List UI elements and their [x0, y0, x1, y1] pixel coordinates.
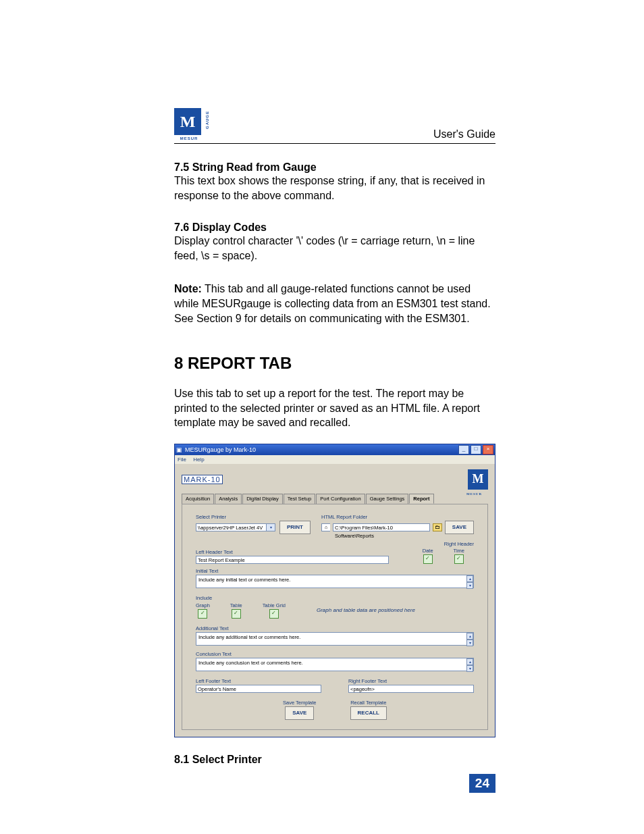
note-body: This tab and all gauge-related functions… — [174, 283, 491, 323]
date-checkbox[interactable]: ✓ — [423, 554, 433, 564]
label-initial-text: Initial Text — [196, 568, 474, 574]
logo-sidetext: GAUGE — [205, 111, 209, 129]
scroll-up-icon[interactable]: ▴ — [466, 575, 473, 582]
chevron-down-icon: ▾ — [267, 523, 275, 531]
recall-template-button[interactable]: RECALL — [350, 706, 387, 720]
section-8-1-head: 8.1 Select Printer — [174, 754, 495, 766]
printer-select[interactable]: \\appserver2\HP LaserJet 4V ▾ — [196, 523, 275, 531]
label-conclusion-text: Conclusion Text — [196, 651, 474, 657]
label-graph: Graph — [196, 602, 210, 608]
label-include: Include — [196, 595, 474, 601]
section-7-5-head: 7.5 String Read from Gauge — [174, 161, 495, 174]
app-icon: ▣ — [176, 446, 182, 453]
report-panel: Select Printer \\appserver2\HP LaserJet … — [182, 504, 488, 730]
note-paragraph: Note: This tab and all gauge-related fun… — [174, 282, 495, 325]
scroll-up-icon[interactable]: ▴ — [466, 658, 473, 665]
chapter-8-intro: Use this tab to set up a report for the … — [174, 386, 495, 430]
header-title: User's Guide — [204, 128, 495, 140]
page-header: M MESUR GAUGE User's Guide — [174, 108, 495, 144]
label-html-folder: HTML Report Folder — [321, 514, 474, 520]
label-time: Time — [454, 548, 464, 554]
additional-text-input[interactable]: Include any additional text or comments … — [196, 632, 474, 646]
tab-digital-display[interactable]: Digital Display — [242, 494, 283, 504]
tab-acquisition[interactable]: Acquisition — [182, 494, 214, 504]
table-grid-checkbox[interactable]: ✓ — [269, 609, 279, 619]
save-template-button[interactable]: SAVE — [285, 706, 314, 720]
graph-checkbox[interactable]: ✓ — [198, 609, 207, 619]
save-html-button[interactable]: SAVE — [445, 521, 474, 534]
conclusion-text-input[interactable]: Include any conclusion text or comments … — [196, 658, 474, 671]
scroll-down-icon[interactable]: ▾ — [466, 582, 473, 589]
chapter-8-title: 8 REPORT TAB — [174, 354, 495, 373]
tab-gauge-settings[interactable]: Gauge Settings — [366, 494, 409, 504]
positioned-here-label: Graph and table data are positioned here — [317, 607, 415, 613]
section-7-6-head: 7.6 Display Codes — [174, 221, 495, 234]
maximize-button[interactable]: □ — [471, 445, 481, 454]
label-save-template: Save Template — [283, 700, 316, 706]
page-number: 24 — [469, 774, 495, 793]
section-7-5-body: This text box shows the response string,… — [174, 174, 495, 203]
logo-subtext: MESUR — [174, 136, 204, 140]
app-title: MESURgauge by Mark-10 — [185, 446, 256, 453]
label-date: Date — [423, 548, 433, 554]
tab-port-configuration[interactable]: Port Configuration — [316, 494, 365, 504]
print-button[interactable]: PRINT — [279, 521, 311, 534]
note-label: Note: — [174, 283, 202, 294]
left-header-input[interactable]: Test Report Example — [196, 556, 389, 564]
label-select-printer: Select Printer — [196, 514, 311, 520]
label-additional-text: Additional Text — [196, 625, 474, 631]
menu-help[interactable]: Help — [193, 457, 204, 463]
label-right-header: Right Header — [400, 541, 474, 547]
table-checkbox[interactable]: ✓ — [232, 609, 241, 619]
left-footer-input[interactable]: Operator's Name — [196, 685, 321, 693]
menu-file[interactable]: File — [178, 457, 186, 463]
menu-bar: File Help — [175, 455, 495, 464]
initial-text-input[interactable]: Include any initial text or comments her… — [196, 575, 474, 588]
close-button[interactable]: × — [483, 445, 493, 454]
right-footer-input[interactable]: <pageofn> — [348, 685, 474, 693]
brand-logo: M MESUR GAUGE — [174, 108, 204, 140]
app-titlebar: ▣ MESURgauge by Mark-10 _ □ × — [175, 444, 495, 455]
section-7-6-body: Display control character '\' codes (\r … — [174, 234, 495, 263]
label-left-header: Left Header Text — [196, 549, 389, 555]
scroll-down-icon[interactable]: ▾ — [466, 665, 473, 672]
label-right-footer: Right Footer Text — [348, 678, 474, 684]
path-icon: ⌂ — [321, 523, 330, 531]
brand-mark10: MARK-10 — [182, 475, 223, 484]
time-checkbox[interactable]: ✓ — [454, 554, 464, 564]
tab-analysis[interactable]: Analysis — [215, 494, 242, 504]
folder-icon[interactable]: 🗀 — [433, 523, 442, 531]
scroll-down-icon[interactable]: ▾ — [466, 640, 473, 646]
label-left-footer: Left Footer Text — [196, 678, 321, 684]
tab-report[interactable]: Report — [409, 494, 433, 504]
scroll-up-icon[interactable]: ▴ — [466, 633, 473, 640]
mesur-logo-icon: M MESUR — [468, 469, 488, 490]
html-folder-input[interactable]: C:\Program Files\Mark-10 Software\Report… — [333, 523, 430, 531]
minimize-button[interactable]: _ — [458, 445, 469, 454]
tab-test-setup[interactable]: Test Setup — [284, 494, 315, 504]
label-table-grid: Table Grid — [263, 602, 286, 608]
printer-select-value: \\appserver2\HP LaserJet 4V — [196, 523, 267, 531]
label-recall-template: Recall Template — [350, 700, 386, 706]
tabs: Acquisition Analysis Digital Display Tes… — [175, 494, 495, 504]
label-table: Table — [230, 602, 242, 608]
report-tab-screenshot: ▣ MESURgauge by Mark-10 _ □ × File Help … — [174, 444, 495, 737]
logo-icon: M — [174, 108, 201, 135]
